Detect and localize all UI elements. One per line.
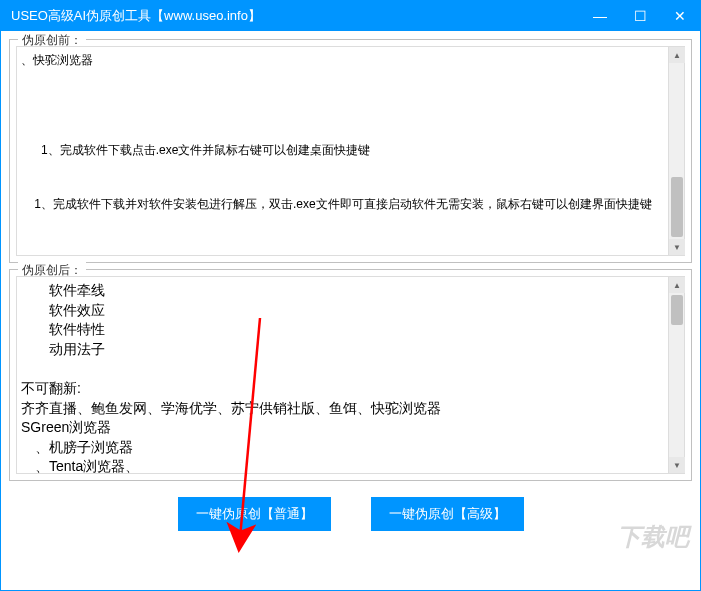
titlebar-buttons: — ☐ ✕ xyxy=(580,1,700,31)
app-window: USEO高级AI伪原创工具【www.useo.info】 — ☐ ✕ 伪原创前：… xyxy=(0,0,701,591)
scroll-down-icon[interactable]: ▼ xyxy=(669,239,685,255)
before-scroll-thumb[interactable] xyxy=(671,177,683,237)
after-textarea-wrap: 软件牵线 软件效应 软件特性 动用法子 不可翻新: 齐齐直播、鲍鱼发网、学海优学… xyxy=(16,276,685,474)
before-scrollbar[interactable]: ▲ ▼ xyxy=(668,47,684,255)
close-button[interactable]: ✕ xyxy=(660,1,700,31)
content-area: 伪原创前： 、快驼浏览器 1、完成软件下载点击.exe文件并鼠标右键可以创建桌面… xyxy=(1,31,700,590)
button-row: 一键伪原创【普通】 一键伪原创【高级】 xyxy=(9,487,692,541)
rewrite-advanced-button[interactable]: 一键伪原创【高级】 xyxy=(371,497,524,531)
minimize-button[interactable]: — xyxy=(580,1,620,31)
after-group: 伪原创后： 软件牵线 软件效应 软件特性 动用法子 不可翻新: 齐齐直播、鲍鱼发… xyxy=(9,269,692,481)
titlebar: USEO高级AI伪原创工具【www.useo.info】 — ☐ ✕ xyxy=(1,1,700,31)
maximize-button[interactable]: ☐ xyxy=(620,1,660,31)
after-scrollbar[interactable]: ▲ ▼ xyxy=(668,277,684,473)
rewrite-normal-button[interactable]: 一键伪原创【普通】 xyxy=(178,497,331,531)
window-title: USEO高级AI伪原创工具【www.useo.info】 xyxy=(11,7,261,25)
before-group: 伪原创前： 、快驼浏览器 1、完成软件下载点击.exe文件并鼠标右键可以创建桌面… xyxy=(9,39,692,263)
after-scroll-thumb[interactable] xyxy=(671,295,683,325)
scroll-down-icon[interactable]: ▼ xyxy=(669,457,685,473)
minimize-icon: — xyxy=(593,8,607,24)
maximize-icon: ☐ xyxy=(634,8,647,24)
scroll-up-icon[interactable]: ▲ xyxy=(669,47,685,63)
close-icon: ✕ xyxy=(674,8,686,24)
scroll-up-icon[interactable]: ▲ xyxy=(669,277,685,293)
before-textarea[interactable]: 、快驼浏览器 1、完成软件下载点击.exe文件并鼠标右键可以创建桌面快捷键 1、… xyxy=(17,47,668,255)
after-textarea[interactable]: 软件牵线 软件效应 软件特性 动用法子 不可翻新: 齐齐直播、鲍鱼发网、学海优学… xyxy=(17,277,668,473)
before-textarea-wrap: 、快驼浏览器 1、完成软件下载点击.exe文件并鼠标右键可以创建桌面快捷键 1、… xyxy=(16,46,685,256)
